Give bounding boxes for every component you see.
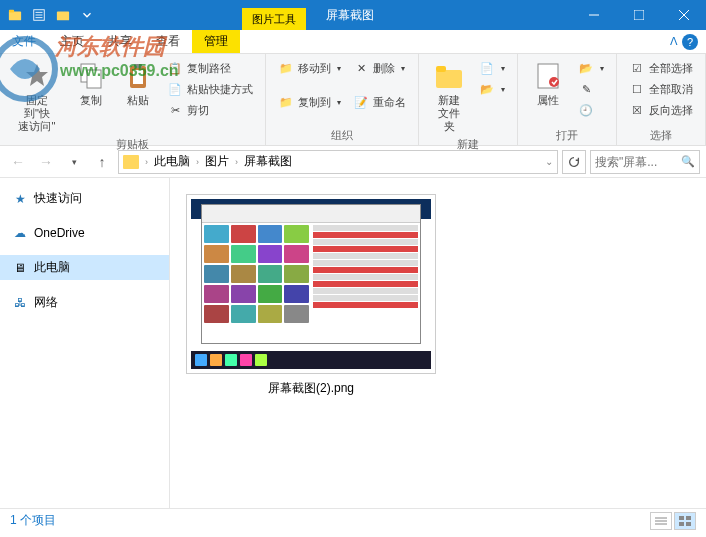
select-all-button[interactable]: ☑全部选择 (625, 58, 697, 78)
invert-selection-button[interactable]: ☒反向选择 (625, 100, 697, 120)
search-box[interactable]: 🔍 (590, 150, 700, 174)
history-button[interactable]: 🕘 (574, 100, 608, 120)
menubar: 文件 主页 共享 查看 管理 ᐱ ? (0, 30, 706, 54)
star-icon: ★ (12, 191, 28, 207)
svg-rect-18 (436, 66, 446, 72)
copy-to-button[interactable]: 📁复制到▾ (274, 92, 345, 112)
svg-rect-0 (9, 12, 21, 21)
thumbnails-view-button[interactable] (674, 512, 696, 530)
help-icon[interactable]: ? (682, 34, 698, 50)
up-button[interactable]: ↑ (90, 150, 114, 174)
rename-icon: 📝 (353, 94, 369, 110)
chevron-down-icon: ▾ (501, 85, 505, 94)
pc-icon: 🖥 (12, 260, 28, 276)
view-tab[interactable]: 查看 (144, 30, 192, 53)
breadcrumb-item[interactable]: 屏幕截图 (242, 153, 294, 170)
select-none-icon: ☐ (629, 81, 645, 97)
sidebar-item-this-pc[interactable]: 🖥 此电脑 (0, 255, 169, 280)
minimize-button[interactable] (571, 0, 616, 30)
search-icon: 🔍 (681, 155, 695, 168)
svg-rect-15 (134, 64, 142, 68)
edit-icon: ✎ (578, 81, 594, 97)
share-tab[interactable]: 共享 (96, 30, 144, 53)
recent-dropdown[interactable]: ▾ (62, 150, 86, 174)
new-folder-qat-icon[interactable] (52, 4, 74, 26)
open-icon: 📂 (578, 60, 594, 76)
new-folder-button[interactable]: 新建 文件夹 (427, 58, 471, 135)
pin-to-quick-access-button[interactable]: 固定到"快 速访问" (8, 58, 66, 135)
svg-rect-27 (686, 522, 691, 526)
network-icon: 🖧 (12, 295, 28, 311)
easy-access-button[interactable]: 📂▾ (475, 79, 509, 99)
breadcrumb-item[interactable]: 此电脑 (152, 153, 192, 170)
back-button[interactable]: ← (6, 150, 30, 174)
sidebar-item-onedrive[interactable]: ☁ OneDrive (0, 221, 169, 245)
statusbar: 1 个项目 (0, 508, 706, 532)
context-tab[interactable]: 图片工具 (242, 8, 306, 30)
paste-icon (122, 60, 154, 92)
properties-button[interactable]: 属性 (526, 58, 570, 109)
file-menu[interactable]: 文件 (0, 30, 48, 53)
details-view-button[interactable] (650, 512, 672, 530)
manage-tab[interactable]: 管理 (192, 30, 240, 53)
new-item-button[interactable]: 📄▾ (475, 58, 509, 78)
select-none-button[interactable]: ☐全部取消 (625, 79, 697, 99)
svg-rect-13 (87, 70, 101, 88)
file-item[interactable]: 屏幕截图(2).png (182, 190, 440, 401)
qat-dropdown-icon[interactable] (76, 4, 98, 26)
cut-button[interactable]: ✂剪切 (163, 100, 257, 120)
item-count: 1 个项目 (10, 512, 56, 529)
svg-rect-16 (133, 70, 143, 84)
maximize-button[interactable] (616, 0, 661, 30)
chevron-right-icon[interactable]: › (194, 157, 201, 167)
delete-button[interactable]: ✕删除▾ (349, 58, 410, 78)
navigation-pane: ★ 快速访问 ☁ OneDrive 🖥 此电脑 🖧 网络 (0, 178, 170, 508)
edit-button[interactable]: ✎ (574, 79, 608, 99)
file-name: 屏幕截图(2).png (268, 380, 354, 397)
open-with-button[interactable]: 📂▾ (574, 58, 608, 78)
move-to-button[interactable]: 📁移动到▾ (274, 58, 345, 78)
home-tab[interactable]: 主页 (48, 30, 96, 53)
quick-access-toolbar (0, 4, 102, 26)
sidebar-item-network[interactable]: 🖧 网络 (0, 290, 169, 315)
chevron-down-icon: ▾ (600, 64, 604, 73)
address-dropdown-icon[interactable]: ⌄ (545, 156, 553, 167)
forward-button[interactable]: → (34, 150, 58, 174)
breadcrumb-item[interactable]: 图片 (203, 153, 231, 170)
thumbnail (191, 199, 431, 369)
copyto-icon: 📁 (278, 94, 294, 110)
move-icon: 📁 (278, 60, 294, 76)
refresh-button[interactable] (562, 150, 586, 174)
close-button[interactable] (661, 0, 706, 30)
organize-group-label: 组织 (274, 126, 410, 143)
scissors-icon: ✂ (167, 102, 183, 118)
search-input[interactable] (595, 155, 681, 169)
file-list[interactable]: 屏幕截图(2).png (170, 178, 706, 508)
ribbon-collapse-icon[interactable]: ᐱ (670, 35, 678, 48)
paste-shortcut-button[interactable]: 📄粘贴快捷方式 (163, 79, 257, 99)
shortcut-icon: 📄 (167, 81, 183, 97)
copy-button[interactable]: 复制 (70, 58, 113, 109)
properties-icon (532, 60, 564, 92)
new-item-icon: 📄 (479, 60, 495, 76)
copy-path-button[interactable]: 📋复制路径 (163, 58, 257, 78)
svg-rect-6 (57, 12, 69, 21)
paste-button[interactable]: 粘贴 (116, 58, 159, 109)
properties-icon[interactable] (28, 4, 50, 26)
chevron-right-icon[interactable]: › (233, 157, 240, 167)
app-icon[interactable] (4, 4, 26, 26)
chevron-down-icon: ▾ (337, 64, 341, 73)
chevron-right-icon[interactable]: › (143, 157, 150, 167)
chevron-down-icon: ▾ (401, 64, 405, 73)
svg-rect-26 (679, 522, 684, 526)
svg-rect-8 (634, 10, 644, 20)
sidebar-item-quick-access[interactable]: ★ 快速访问 (0, 186, 169, 211)
svg-point-20 (549, 77, 559, 87)
new-group-label: 新建 (427, 135, 509, 152)
clipboard-group-label: 剪贴板 (8, 135, 257, 152)
address-bar[interactable]: › 此电脑 › 图片 › 屏幕截图 ⌄ (118, 150, 558, 174)
history-icon: 🕘 (578, 102, 594, 118)
rename-button[interactable]: 📝重命名 (349, 92, 410, 112)
svg-rect-25 (686, 516, 691, 520)
svg-rect-1 (9, 10, 14, 13)
